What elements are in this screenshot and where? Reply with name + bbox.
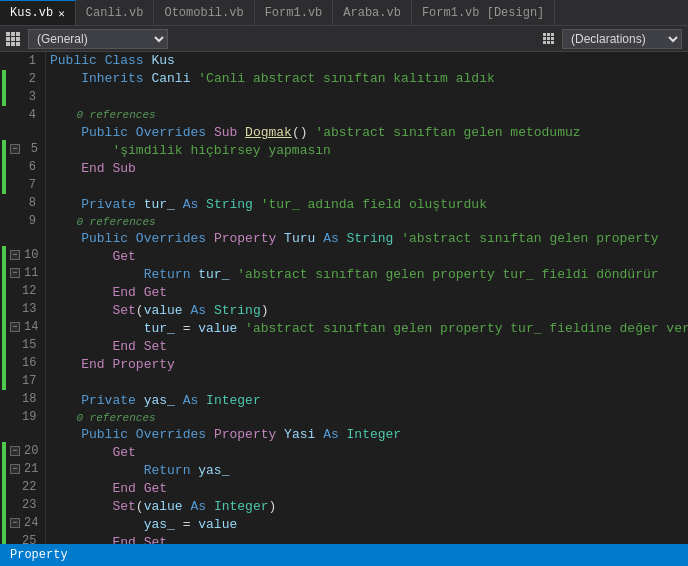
- code-line-5: Public Overrides Sub Dogmak() 'abstract …: [50, 124, 688, 142]
- line-number: 19: [18, 408, 42, 426]
- code-line-ref10: 0 references: [50, 214, 688, 230]
- line-number: 23: [18, 496, 42, 514]
- line-numbers: 1 2 3 4 − 5: [0, 52, 46, 566]
- collapse-button[interactable]: −: [10, 464, 20, 474]
- code-line-1: Public Class Kus: [50, 52, 688, 70]
- tab-form1-design[interactable]: Form1.vb [Design]: [412, 0, 555, 25]
- code-line-15: tur_ = value 'abstract sınıftan gelen pr…: [50, 320, 688, 338]
- line-number: 14: [20, 318, 44, 336]
- line-row: 12: [0, 282, 45, 300]
- code-line-14: Set( value As String): [50, 302, 688, 320]
- code-line-19: Private yas_ As Integer: [50, 392, 688, 410]
- tab-bar: Kus.vb ✕ Canli.vb Otomobil.vb Form1.vb A…: [0, 0, 688, 26]
- line-number: 20: [20, 442, 44, 460]
- code-line-12: Return tur_ 'abstract sınıftan gelen pro…: [50, 266, 688, 284]
- line-row: − 21: [0, 460, 45, 478]
- close-icon[interactable]: ✕: [58, 7, 65, 20]
- line-indicator: [0, 123, 8, 141]
- line-row: − 10: [0, 246, 45, 264]
- line-number: 18: [18, 390, 42, 408]
- line-indicator: [0, 496, 8, 514]
- line-number: 17: [18, 372, 42, 390]
- code-line-18: [50, 374, 688, 392]
- line-indicator: [0, 282, 8, 300]
- code-line-11: Get: [50, 248, 688, 266]
- line-indicator: [0, 425, 8, 443]
- tab-label: Araba.vb: [343, 6, 401, 20]
- line-row: 9: [0, 212, 45, 230]
- line-row: − 20: [0, 442, 45, 460]
- line-indicator: [0, 106, 8, 124]
- tab-label: Form1.vb [Design]: [422, 6, 544, 20]
- collapse-button[interactable]: −: [10, 446, 20, 456]
- line-indicator: [0, 176, 8, 194]
- line-row: 18: [0, 390, 45, 408]
- code-line-22: Return yas_: [50, 462, 688, 480]
- toolbar-left: (General): [0, 29, 537, 49]
- grid-icon: [6, 32, 20, 46]
- line-number: 7: [18, 176, 42, 194]
- line-row: 15: [0, 336, 45, 354]
- line-indicator: [0, 372, 8, 390]
- code-line-17: End Property: [50, 356, 688, 374]
- line-indicator: [0, 336, 8, 354]
- code-line-20: Public Overrides Property Yasi As Intege…: [50, 426, 688, 444]
- line-number: 13: [18, 300, 42, 318]
- line-row: 8: [0, 194, 45, 212]
- tab-kus-vb[interactable]: Kus.vb ✕: [0, 0, 76, 25]
- line-row: 6: [0, 158, 45, 176]
- collapse-button[interactable]: −: [10, 518, 20, 528]
- code-line-9: Private tur_ As String 'tur_ adında fiel…: [50, 196, 688, 214]
- line-indicator: [0, 460, 8, 478]
- collapse-button[interactable]: −: [10, 144, 20, 154]
- status-property-label: Property: [10, 548, 68, 562]
- line-indicator: [0, 318, 8, 336]
- code-line-7: End Sub: [50, 160, 688, 178]
- tab-label: Canli.vb: [86, 6, 144, 20]
- line-number: 10: [20, 246, 44, 264]
- declarations-dropdown[interactable]: (Declarations): [562, 29, 682, 49]
- ref-hint-row: [0, 426, 45, 442]
- line-indicator: [0, 408, 8, 426]
- line-row: − 11: [0, 264, 45, 282]
- tab-form1-vb[interactable]: Form1.vb: [255, 0, 334, 25]
- line-row: − 14: [0, 318, 45, 336]
- line-row: 1: [0, 52, 45, 70]
- collapse-button[interactable]: −: [10, 322, 20, 332]
- line-number: 24: [20, 514, 44, 532]
- code-line-3: [50, 88, 688, 106]
- line-row: 17: [0, 372, 45, 390]
- general-dropdown[interactable]: (General): [28, 29, 168, 49]
- line-indicator: [0, 88, 8, 106]
- line-indicator: [0, 70, 8, 88]
- line-row: 7: [0, 176, 45, 194]
- code-line-ref20: 0 references: [50, 410, 688, 426]
- line-indicator: [0, 354, 8, 372]
- tab-otomobil-vb[interactable]: Otomobil.vb: [154, 0, 254, 25]
- tab-label: Kus.vb: [10, 6, 53, 20]
- line-row: 23: [0, 496, 45, 514]
- line-row: 22: [0, 478, 45, 496]
- collapse-button[interactable]: −: [10, 250, 20, 260]
- line-indicator: [0, 300, 8, 318]
- tab-araba-vb[interactable]: Araba.vb: [333, 0, 412, 25]
- line-row: 13: [0, 300, 45, 318]
- line-number: 8: [18, 194, 42, 212]
- line-indicator: [0, 158, 8, 176]
- code-line-10: Public Overrides Property Turu As String…: [50, 230, 688, 248]
- status-bar: Property: [0, 544, 688, 566]
- code-content[interactable]: Public Class Kus Inherits Canli 'Canli a…: [46, 52, 688, 566]
- collapse-button[interactable]: −: [10, 268, 20, 278]
- code-area: 1 2 3 4 − 5: [0, 52, 688, 566]
- line-row: 3: [0, 88, 45, 106]
- line-number: 4: [18, 106, 42, 124]
- code-line-21: Get: [50, 444, 688, 462]
- ref-hint-row: [0, 124, 45, 140]
- tab-canli-vb[interactable]: Canli.vb: [76, 0, 155, 25]
- line-indicator: [0, 390, 8, 408]
- line-number: 22: [18, 478, 42, 496]
- line-indicator: [0, 514, 8, 532]
- line-number: 5: [20, 140, 44, 158]
- line-indicator: [0, 442, 8, 460]
- line-indicator: [0, 229, 8, 247]
